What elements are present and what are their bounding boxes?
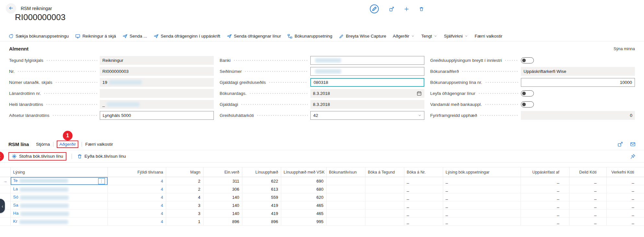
open-mail-button[interactable] (630, 141, 636, 147)
cell-ein-verd[interactable]: 140 (203, 209, 242, 218)
cell-verkefni-koti[interactable]: _ (606, 193, 644, 201)
cell-bokunartilvisun[interactable] (326, 218, 365, 226)
cell-lysing-bok-uppsetningar[interactable]: _ (443, 177, 521, 185)
cell-lysing-bok-uppsetningar[interactable]: _ (443, 218, 521, 226)
cell-magn[interactable]: 1 (166, 218, 203, 226)
cell-bokunartilvisun[interactable] (326, 177, 365, 185)
cell-linuupphaed[interactable]: 419 (242, 201, 281, 209)
input-bokunardags[interactable]: 8.3.2018 (310, 89, 424, 98)
cell-lysing[interactable]: La (10, 185, 108, 193)
cell-boka-a-nr[interactable]: _ (404, 177, 443, 185)
cell-lysing-bok-uppsetningar[interactable]: _ (443, 201, 521, 209)
cell-fjoldi-tilvisana[interactable]: 4 (108, 177, 166, 185)
toggle-leyfa-ofragengnar-linur[interactable] (521, 90, 534, 96)
cell-magn[interactable]: 2 (166, 185, 203, 193)
cell-deild-koti[interactable]: _ (569, 201, 606, 209)
cell-fjoldi-tilvisana[interactable]: 4 (108, 201, 166, 209)
cell-uppaskrifast-af[interactable]: _ (521, 177, 569, 185)
cell-uppaskrifast-af[interactable]: _ (521, 193, 569, 201)
toolbar-reikningur-a-skja[interactable]: Reikningur á skjá (75, 34, 116, 39)
cell-ein-verd[interactable]: 896 (203, 218, 242, 226)
col-deild-koti[interactable]: Deild Kóti (569, 167, 606, 177)
cell-lysing[interactable]: Kr (10, 218, 108, 226)
cell-magn[interactable]: 2 (166, 177, 203, 185)
cell-deild-koti[interactable]: _ (569, 177, 606, 185)
cell-uppaskrifast-af[interactable]: _ (521, 218, 569, 226)
row-selector[interactable]: → (0, 177, 10, 185)
cell-deild-koti[interactable]: _ (569, 209, 606, 218)
tab-adgerdir[interactable]: Aðgerðir (59, 142, 76, 147)
cell-deild-koti[interactable]: _ (569, 218, 606, 226)
cell-uppaskrifast-af[interactable]: _ (521, 185, 569, 193)
col-ein-verd[interactable]: Ein.verð (203, 167, 242, 177)
edit-button[interactable] (369, 4, 379, 14)
cell-linuupphaed-med-vsk[interactable]: 620 (281, 193, 326, 201)
action-eyda-bok-tilvisun-linu[interactable]: Eyða bók.tilvísun línu (77, 154, 126, 159)
input-gjalddagi-greidslusedils[interactable]: 080318 (310, 78, 424, 87)
cell-deild-koti[interactable]: _ (569, 185, 606, 193)
action-stofna-bok-tilvisun-linu[interactable]: Stofna bók.tilvísun línu (12, 154, 63, 159)
toolbar-breyta-wise-capture[interactable]: Breyta Wise Capture (339, 34, 386, 39)
cell-bokunartilvisun[interactable] (326, 201, 365, 209)
cell-fjoldi-tilvisana[interactable]: 4 (108, 218, 166, 226)
cell-verkefni-koti[interactable]: _ (606, 209, 644, 218)
cell-lysing-bok-uppsetningar[interactable]: _ (443, 193, 521, 201)
cell-linuupphaed[interactable]: 622 (242, 177, 281, 185)
input-banki[interactable] (310, 56, 424, 65)
col-magn[interactable]: Magn (166, 167, 203, 177)
cell-ein-verd[interactable]: 140 (203, 193, 242, 201)
share-lines-button[interactable] (617, 141, 623, 147)
pin-button[interactable] (630, 154, 636, 159)
delete-button[interactable] (419, 6, 424, 12)
toolbar-senda-ofragenginn-i-uppaskrift[interactable]: Senda ófrágenginn í uppáskrift (154, 34, 220, 39)
cell-boka-a-tegund[interactable] (365, 177, 404, 185)
tab-stjorna[interactable]: Stjórna (36, 142, 50, 147)
cell-lysing[interactable]: ⋮Te (10, 177, 108, 185)
cell-magn[interactable]: 4 (166, 193, 203, 201)
cell-linuupphaed-med-vsk[interactable]: 690 (281, 177, 326, 185)
tab-faerri-valkostir[interactable]: Færri valkostir (85, 142, 113, 147)
cell-linuupphaed-med-vsk[interactable]: 465 (281, 209, 326, 218)
breadcrumb[interactable]: RSM reikningar (21, 6, 52, 11)
cell-lysing[interactable]: Sa (10, 201, 108, 209)
new-button[interactable] (404, 6, 409, 12)
col-linuupphaed-med-vsk[interactable]: Línuupphæð með VSK (281, 167, 326, 177)
toolbar-adgerdir[interactable]: Aðgerðir (393, 34, 415, 39)
cell-linuupphaed[interactable]: 613 (242, 185, 281, 193)
cell-verkefni-koti[interactable]: _ (606, 177, 644, 185)
cell-boka-a-tegund[interactable] (365, 218, 404, 226)
cell-fjoldi-tilvisana[interactable]: 4 (108, 193, 166, 201)
cell-uppaskrifast-af[interactable]: _ (521, 209, 569, 218)
cell-ein-verd[interactable]: 140 (203, 201, 242, 209)
cell-lysing[interactable]: Só (10, 193, 108, 201)
cell-fjoldi-tilvisana[interactable]: 4 (108, 185, 166, 193)
cell-fjoldi-tilvisana[interactable]: 4 (108, 209, 166, 218)
show-less-link[interactable]: Sýna minna (614, 47, 635, 51)
cell-boka-a-tegund[interactable] (365, 201, 404, 209)
cell-boka-a-nr[interactable]: _ (404, 218, 443, 226)
cell-ein-verd[interactable]: 306 (203, 185, 242, 193)
cell-verkefni-koti[interactable]: _ (606, 185, 644, 193)
cell-lysing-bok-uppsetningar[interactable]: _ (443, 185, 521, 193)
cell-linuupphaed[interactable]: 559 (242, 193, 281, 201)
cell-linuupphaed-med-vsk[interactable]: 995 (281, 218, 326, 226)
toolbar-senda-ofragengnar-linur[interactable]: Senda ófrágengnar línur (227, 34, 281, 39)
cell-deild-koti[interactable]: _ (569, 193, 606, 201)
col-boka-a-nr[interactable]: Bóka á Nr. (404, 167, 443, 177)
cell-boka-a-tegund[interactable] (365, 185, 404, 193)
cell-linuupphaed[interactable]: 419 (242, 209, 281, 218)
cell-bokunartilvisun[interactable] (326, 193, 365, 201)
col-lysing[interactable]: Lýsing (10, 167, 108, 177)
col-verkefni-koti[interactable]: Verkefni Kóti (606, 167, 644, 177)
cell-boka-a-tegund[interactable] (365, 209, 404, 218)
col-boka-a-tegund[interactable]: Bóka á Tegund (365, 167, 404, 177)
toolbar-sjalfvirkni[interactable]: Sjálfvirkni (444, 34, 468, 39)
cell-uppaskrifast-af[interactable]: _ (521, 201, 569, 209)
input-bokunaruppsetning-lina-nr[interactable]: 10000 (521, 78, 635, 87)
cell-boka-a-nr[interactable]: _ (404, 201, 443, 209)
toggle-greidsluupplysingum-breytt-i-innlestri[interactable] (521, 57, 534, 63)
cell-boka-a-nr[interactable]: _ (404, 185, 443, 193)
cell-verkefni-koti[interactable]: _ (606, 201, 644, 209)
share-button[interactable] (389, 6, 394, 12)
cell-linuupphaed[interactable]: 896 (242, 218, 281, 226)
